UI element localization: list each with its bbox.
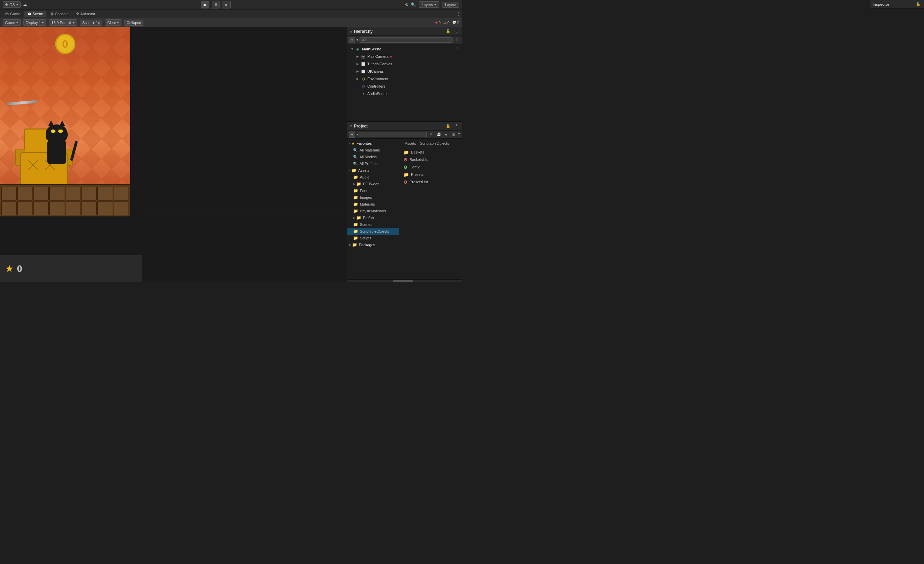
favorites-materials[interactable]: 🔍 All Materials [347,147,399,153]
hierarchy-item-controllers[interactable]: ⬡ Controllers [347,82,462,90]
controllers-label: Controllers [367,84,385,88]
hierarchy-dropdown-icon[interactable]: ▾ [357,38,358,42]
presets-label: Presets [411,172,423,177]
asset-baskets[interactable]: 📁 Baskets [402,148,459,156]
proj-font[interactable]: 📁 Font [347,188,399,194]
favorites-models[interactable]: 🔍 All Models [347,153,399,160]
asset-config[interactable]: ⚙ Config [402,164,459,171]
aspect-select[interactable]: 18:9 Portrait ▾ [49,19,77,26]
scene-panel [142,27,347,282]
scripts-label: Scripts [360,236,371,240]
tab-game-label: Game [10,12,20,16]
warning-count-value: 0 [447,21,450,25]
game-label: Game [5,21,15,25]
project-scrollbar-thumb[interactable] [393,280,413,282]
hierarchy-item-uicanvas[interactable]: ▶ ⬜ UICanvas [347,68,462,75]
favorites-star-icon: ★ [351,141,355,146]
project-filter-icon[interactable]: ⊞ [450,132,457,138]
breadcrumb-assets[interactable]: Assets [405,141,416,146]
cloud-icon[interactable]: ☁ [22,2,27,7]
hierarchy-item-audiosource[interactable]: ♪ AudioSource [347,90,462,98]
game-object-select[interactable]: Game ▾ [3,19,21,26]
message-count-value: 0 [457,21,459,25]
scale-control[interactable]: Scale ● 1x [80,20,102,26]
os-button[interactable]: ⊙ OS ▾ [3,2,21,8]
collapse-button[interactable]: Collapse [124,20,143,26]
project-search-input[interactable] [360,132,427,137]
hierarchy-item-environment[interactable]: ▶ ⬡ Environment [347,75,462,82]
search-icon[interactable]: 🔍 [411,2,416,7]
asset-presets[interactable]: 📁 Presets [402,171,459,178]
tab-animator[interactable]: ⚙ Animator [73,11,99,17]
project-dropdown-icon[interactable]: ▾ [357,132,358,136]
hierarchy-filter-icon[interactable]: ⊞ [454,37,460,43]
proj-scenes[interactable]: 📁 Scenes [347,221,399,228]
game-panel: 0 [0,27,142,282]
clear-button[interactable]: Clear ▾ [105,19,122,26]
stone-8 [114,187,129,201]
hierarchy-search-input[interactable] [360,37,453,43]
expand-icon: ▶ [355,54,360,59]
prefab-folder-icon: 📁 [356,215,361,220]
project-refresh-icon[interactable]: ⟳ [428,132,434,138]
hierarchy-item-mainscene[interactable]: ▾ ◈ MainScene ⋮ [347,45,462,53]
mainscene-more-icon[interactable]: ⋮ [456,47,459,51]
proj-materials[interactable]: 📁 Materials [347,201,399,208]
step-button[interactable]: ⏭ [222,1,231,9]
panel-tabs-row: 🎮 Game 🏔 Scene ▤ Console ⚙ Animator ⋮ [0,9,462,18]
favorites-prefabs[interactable]: 🔍 All Prefabs [347,160,399,167]
project-star-icon[interactable]: ★ [443,132,449,138]
tab-console[interactable]: ▤ Console [47,11,72,17]
play-button[interactable]: ▶ [201,1,209,9]
prefab-label: Prefab [363,216,374,220]
hierarchy-lock-icon[interactable]: 🔓 [445,28,451,34]
proj-audio[interactable]: 📁 Audio [347,174,399,180]
canvas-icon: ⬜ [360,69,366,74]
all-prefabs-label: All Prefabs [360,162,378,166]
project-lock-icon[interactable]: 🔓 [445,123,451,129]
hierarchy-more-icon[interactable]: ⋮ [453,28,459,34]
favorites-expand-icon: ▾ [349,142,351,145]
layout-button[interactable]: Layout [442,2,459,8]
proj-prefab[interactable]: ▶ 📁 Prefab [347,214,399,221]
packages-label: Packages [359,243,375,247]
history-icon[interactable]: ⟲ [405,2,408,7]
env-icon: ⬡ [360,76,366,81]
stone-11 [33,201,49,215]
environment-label: Environment [367,77,388,81]
proj-dotween[interactable]: ▶ 📁 DOTween [347,180,399,188]
tab-scene[interactable]: 🏔 Scene [24,11,46,17]
right-panels: ≡ Hierarchy 🔓 ⋮ Inspector 🔓 + ▾ ⊞ [347,27,462,282]
hierarchy-item-tutorialcanvas[interactable]: ▶ ⬜ TutorialCanvas [347,60,462,68]
expand-icon [355,84,360,88]
asset-presetslist[interactable]: ⚙ PresetsList [402,178,459,186]
hierarchy-item-maincamera[interactable]: ▶ 📷 MainCamera ● [347,53,462,60]
layers-button[interactable]: Layers ▾ [419,2,440,8]
os-chevron-icon: ▾ [16,2,18,7]
asset-grid: 📁 Baskets ⚙ BasketsList ⚙ Config [402,147,459,187]
proj-images[interactable]: 📁 Images [347,194,399,201]
breadcrumb-scriptableobjects[interactable]: ScriptableObjects [420,141,449,146]
proj-physicmaterials[interactable]: 📁 PhysicMaterials [347,208,399,214]
asset-basketslist[interactable]: ⚙ BasketsList [402,156,459,164]
pause-button[interactable]: ⏸ [212,1,220,9]
presetslist-label: PresetsList [410,180,428,184]
scale-value: 1x [96,21,100,25]
packages-section[interactable]: ▶ 📁 Packages [347,242,399,248]
tutorialcanvas-label: TutorialCanvas [367,62,392,66]
favorites-section[interactable]: ▾ ★ Favorites [347,140,399,147]
display-select[interactable]: Display 1 ▾ [23,19,46,26]
tab-game[interactable]: 🎮 Game [2,11,24,17]
project-scrollbar[interactable] [347,279,462,282]
project-add-button[interactable]: + [349,132,355,138]
scale-label: Scale [82,21,92,25]
stone-12 [50,201,64,215]
project-save-icon[interactable]: 💾 [436,132,442,138]
assets-section[interactable]: ▾ 📁 Assets [347,167,399,174]
hierarchy-add-button[interactable]: + [349,37,355,43]
tab-more-icon[interactable]: ⋮ [457,12,460,16]
proj-scriptableobjects[interactable]: 📁 ScriptableObjects [347,228,399,235]
layout-label: Layout [445,3,456,7]
project-more-icon[interactable]: ⋮ [453,123,459,129]
proj-scripts[interactable]: 📁 Scripts [347,235,399,242]
